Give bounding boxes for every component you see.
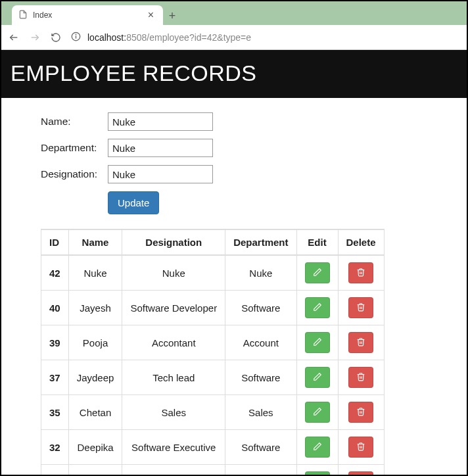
page-body: EMPLOYEE RECORDS Name: Department: Desig… (1, 50, 467, 475)
trash-icon (356, 442, 365, 453)
cell-department: Software (225, 430, 296, 465)
document-icon (18, 10, 28, 21)
page-header: EMPLOYEE RECORDS (1, 50, 467, 98)
cell-department: Sales (225, 465, 296, 475)
info-icon[interactable] (71, 32, 81, 43)
th-delete: Delete (338, 229, 384, 255)
cell-name: Jaydeep (68, 360, 122, 395)
cell-designation: Software Executive (122, 430, 225, 465)
trash-icon (356, 302, 365, 314)
back-icon[interactable] (8, 32, 20, 43)
table-row: 37JaydeepTech leadSoftware (41, 360, 385, 395)
cell-designation: Sales (122, 395, 225, 430)
trash-icon (356, 407, 365, 418)
cell-designation: Software Developer (122, 291, 225, 325)
edit-button[interactable] (305, 262, 330, 283)
cell-id: 42 (41, 255, 69, 291)
delete-button[interactable] (348, 262, 373, 283)
page-title: EMPLOYEE RECORDS (11, 60, 457, 86)
department-input[interactable] (108, 139, 213, 157)
edit-button[interactable] (305, 297, 330, 318)
edit-button[interactable] (305, 367, 330, 388)
th-name: Name (68, 229, 122, 255)
cell-name: Deepika (68, 430, 122, 465)
pencil-icon (313, 302, 322, 314)
employee-table: ID Name Designation Department Edit Dele… (41, 229, 385, 475)
cell-name: Pooja (68, 325, 122, 360)
reload-icon[interactable] (50, 32, 62, 43)
cell-id: 40 (41, 291, 69, 325)
browser-addressbar: localhost:8508/employee?id=42&type=e (1, 25, 467, 50)
designation-input[interactable] (108, 165, 213, 183)
cell-name: Frank (68, 465, 122, 475)
edit-button[interactable] (305, 437, 330, 458)
delete-button[interactable] (348, 367, 373, 388)
pencil-icon (313, 372, 322, 383)
delete-button[interactable] (348, 471, 373, 475)
pencil-icon (313, 268, 322, 279)
cell-department: Account (225, 325, 296, 360)
delete-button[interactable] (348, 332, 373, 353)
url-text: localhost:8508/employee?id=42&type=e (87, 32, 251, 43)
cell-name: Jayesh (68, 291, 122, 325)
cell-id: 37 (41, 360, 69, 395)
tab-title: Index (33, 11, 140, 20)
cell-designation: Tech lead (122, 360, 225, 395)
name-label: Name: (41, 116, 108, 128)
trash-icon (356, 268, 365, 279)
th-edit: Edit (296, 229, 338, 255)
edit-button[interactable] (305, 471, 330, 475)
department-label: Department: (41, 142, 108, 154)
browser-tabbar: Index × + (1, 1, 467, 25)
edit-button[interactable] (305, 402, 330, 423)
table-row: 40JayeshSoftware DeveloperSoftware (41, 291, 385, 325)
plus-icon: + (169, 9, 176, 23)
delete-button[interactable] (348, 297, 373, 318)
table-row: 39PoojaAccontantAccount (41, 325, 385, 360)
table-row: 31FrankSales ExcutiveSales (41, 465, 385, 475)
svg-point-4 (76, 34, 76, 35)
cell-designation: Sales Excutive (122, 465, 225, 475)
table-row: 42NukeNukeNuke (41, 255, 385, 291)
trash-icon (356, 372, 365, 383)
cell-department: Sales (225, 395, 296, 430)
th-designation: Designation (122, 229, 225, 255)
table-row: 35ChetanSalesSales (41, 395, 385, 430)
cell-id: 31 (41, 465, 69, 475)
th-department: Department (225, 229, 296, 255)
designation-label: Designation: (41, 168, 108, 180)
cell-id: 35 (41, 395, 69, 430)
cell-department: Nuke (225, 255, 296, 291)
cell-id: 39 (41, 325, 69, 360)
delete-button[interactable] (348, 402, 373, 423)
forward-icon (29, 32, 41, 43)
browser-tab[interactable]: Index × (12, 5, 163, 25)
url-bar[interactable]: localhost:8508/employee?id=42&type=e (71, 32, 460, 43)
edit-button[interactable] (305, 332, 330, 353)
delete-button[interactable] (348, 437, 373, 458)
cell-id: 32 (41, 430, 69, 465)
pencil-icon (313, 442, 322, 453)
cell-designation: Nuke (122, 255, 225, 291)
th-id: ID (41, 229, 69, 255)
update-button[interactable]: Update (108, 191, 159, 214)
pencil-icon (313, 337, 322, 348)
pencil-icon (313, 407, 322, 418)
trash-icon (356, 337, 365, 348)
cell-name: Chetan (68, 395, 122, 430)
table-row: 32DeepikaSoftware ExecutiveSoftware (41, 430, 385, 465)
cell-department: Software (225, 291, 296, 325)
new-tab-button[interactable]: + (163, 7, 181, 25)
cell-designation: Accontant (122, 325, 225, 360)
close-tab-icon[interactable]: × (145, 9, 156, 22)
name-input[interactable] (108, 112, 213, 131)
cell-department: Software (225, 360, 296, 395)
cell-name: Nuke (68, 255, 122, 291)
